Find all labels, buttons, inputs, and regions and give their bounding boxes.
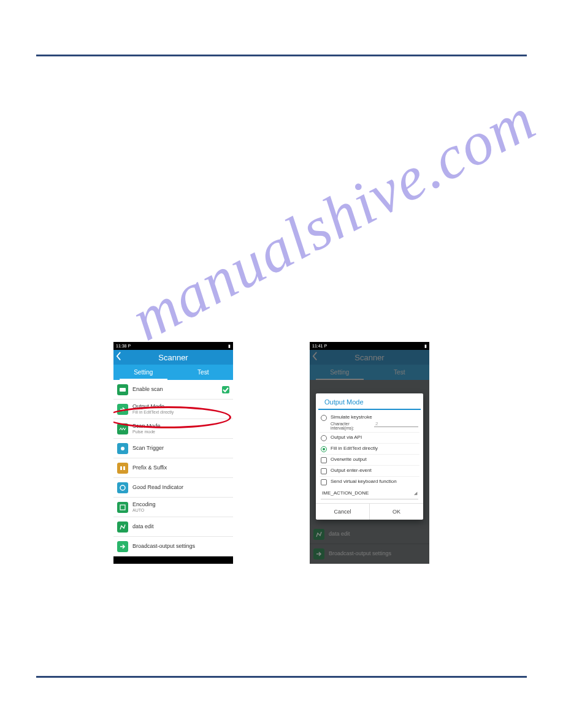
phone-screenshots-container: 11:38 P ▮ Scanner Setting Test Enable sc… bbox=[113, 342, 429, 564]
phone-screenshot-settings: 11:38 P ▮ Scanner Setting Test Enable sc… bbox=[113, 342, 233, 564]
broadcast-icon bbox=[117, 541, 128, 552]
scan-icon bbox=[117, 384, 128, 395]
radio-selected-icon[interactable] bbox=[321, 446, 327, 452]
row-data-edit[interactable]: data edit bbox=[113, 517, 233, 537]
watermark-text: manualshive.com bbox=[120, 83, 547, 355]
svg-point-4 bbox=[120, 485, 125, 490]
row-label: Prefix & Suffix bbox=[132, 465, 167, 471]
settings-list: Enable scan Output Mode Fill in EditText… bbox=[113, 380, 233, 556]
battery-icon: ▮ bbox=[228, 344, 231, 349]
option-label: Fill in EditText directly bbox=[331, 446, 418, 451]
option-label: Simulate keystroke bbox=[331, 414, 418, 420]
phone-screenshot-dialog: 11:41 P ▮ Scanner Setting Test data edit bbox=[310, 342, 429, 564]
option-simulate-keystroke[interactable]: Simulate keystroke Character interval(ms… bbox=[320, 412, 419, 433]
ime-value: IME_ACTION_DONE bbox=[322, 490, 369, 496]
ime-action-dropdown[interactable]: IME_ACTION_DONE ◢ bbox=[321, 488, 418, 499]
status-letter: P bbox=[324, 344, 327, 348]
row-label: Scan Mode bbox=[132, 423, 161, 430]
svg-rect-3 bbox=[123, 466, 125, 470]
row-prefix-suffix[interactable]: Prefix & Suffix bbox=[113, 458, 233, 478]
dialog-buttons: Cancel OK bbox=[316, 503, 423, 520]
row-encoding[interactable]: Encoding AUTO bbox=[113, 498, 233, 517]
row-sublabel: Fill in EditText directly bbox=[132, 410, 174, 415]
option-send-virtual-keyboard[interactable]: Send virtual keyboard function bbox=[320, 477, 419, 487]
svg-point-1 bbox=[121, 447, 124, 450]
row-label: Broadcast-output settings bbox=[132, 544, 195, 550]
output-mode-dialog: Output Mode Simulate keystroke Character… bbox=[316, 393, 423, 520]
option-output-api[interactable]: Output via API bbox=[320, 433, 419, 444]
row-label: Good Read Indicator bbox=[132, 485, 183, 491]
option-output-enter-event[interactable]: Output enter-event bbox=[320, 466, 419, 477]
ok-button[interactable]: OK bbox=[369, 504, 423, 520]
option-overwrite-output[interactable]: Overwrite output bbox=[320, 455, 419, 466]
dialog-body: Simulate keystroke Character interval(ms… bbox=[316, 410, 423, 499]
dialog-title: Output Mode bbox=[318, 393, 421, 410]
trigger-icon bbox=[117, 443, 128, 454]
row-good-read[interactable]: Good Read Indicator bbox=[113, 478, 233, 498]
tab-test[interactable]: Test bbox=[174, 365, 234, 380]
status-time: 11:38 bbox=[116, 344, 127, 348]
interval-label: Character interval(ms): bbox=[331, 422, 372, 430]
cancel-button[interactable]: Cancel bbox=[316, 504, 369, 520]
row-sublabel: Pulse mode bbox=[132, 430, 161, 434]
row-label: Enable scan bbox=[132, 387, 163, 393]
row-broadcast[interactable]: Broadcast-output settings bbox=[113, 537, 233, 556]
output-icon bbox=[117, 404, 128, 415]
interval-input[interactable] bbox=[374, 421, 418, 427]
row-enable-scan[interactable]: Enable scan bbox=[113, 380, 233, 400]
divider-top bbox=[36, 55, 527, 56]
status-letter: P bbox=[128, 344, 131, 348]
divider-bottom bbox=[36, 676, 527, 678]
dropdown-icon: ◢ bbox=[414, 491, 417, 496]
row-label: Encoding bbox=[132, 502, 156, 508]
edit-icon bbox=[117, 521, 128, 533]
row-scan-trigger[interactable]: Scan Trigger bbox=[113, 439, 233, 458]
tab-bar: Setting Test bbox=[113, 365, 233, 380]
tab-setting[interactable]: Setting bbox=[113, 365, 174, 380]
svg-rect-5 bbox=[120, 505, 125, 510]
row-sublabel: AUTO bbox=[132, 508, 156, 513]
battery-icon: ▮ bbox=[424, 344, 427, 349]
option-label: Output enter-event bbox=[331, 468, 418, 473]
svg-rect-2 bbox=[120, 466, 122, 470]
radio-icon[interactable] bbox=[321, 435, 327, 441]
option-label: Send virtual keyboard function bbox=[331, 479, 418, 484]
mode-icon bbox=[117, 423, 128, 434]
option-label: Output via API bbox=[331, 434, 418, 440]
checkbox-icon[interactable] bbox=[321, 479, 327, 485]
radio-icon[interactable] bbox=[321, 415, 327, 421]
option-fill-edittext[interactable]: Fill in EditText directly bbox=[320, 444, 419, 455]
checkbox-enabled-icon[interactable] bbox=[222, 386, 229, 393]
app-title: Scanner bbox=[158, 353, 188, 362]
status-time: 11:41 bbox=[312, 344, 323, 348]
row-label: Scan Trigger bbox=[132, 446, 164, 452]
row-scan-mode[interactable]: Scan Mode Pulse mode bbox=[113, 419, 233, 439]
row-output-mode[interactable]: Output Mode Fill in EditText directly bbox=[113, 400, 233, 419]
encoding-icon bbox=[117, 502, 128, 513]
app-header: Scanner bbox=[113, 350, 233, 365]
checkbox-icon[interactable] bbox=[321, 457, 327, 463]
indicator-icon bbox=[117, 482, 128, 493]
back-icon[interactable] bbox=[116, 352, 121, 362]
status-bar: 11:41 P ▮ bbox=[310, 342, 429, 350]
prefix-icon bbox=[117, 463, 128, 474]
option-label: Overwrite output bbox=[331, 457, 418, 462]
svg-rect-0 bbox=[120, 388, 126, 392]
checkbox-icon[interactable] bbox=[321, 468, 327, 474]
status-bar: 11:38 P ▮ bbox=[113, 342, 233, 350]
row-label: data edit bbox=[132, 524, 154, 530]
row-label: Output Mode bbox=[132, 404, 174, 410]
